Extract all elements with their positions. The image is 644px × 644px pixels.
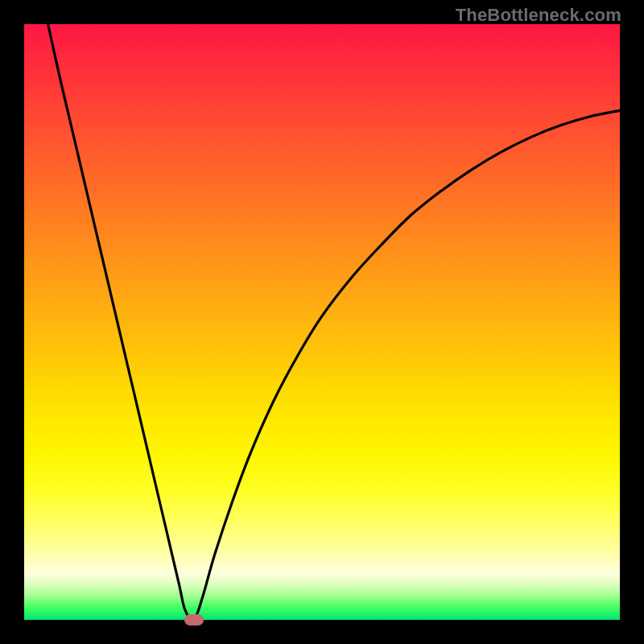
curve-svg <box>24 24 620 620</box>
chart-frame: TheBottleneck.com <box>0 0 644 644</box>
bottleneck-curve <box>48 24 620 620</box>
minimum-marker <box>184 614 204 625</box>
watermark-text: TheBottleneck.com <box>456 5 621 26</box>
plot-area <box>24 24 620 620</box>
